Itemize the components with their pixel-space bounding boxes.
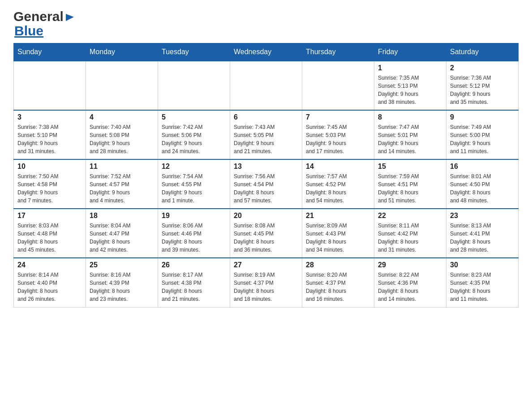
day-number: 16	[450, 163, 515, 171]
calendar-cell	[230, 61, 302, 110]
calendar-cell: 15Sunrise: 7:59 AM Sunset: 4:51 PM Dayli…	[374, 159, 446, 209]
calendar-week-row: 10Sunrise: 7:50 AM Sunset: 4:58 PM Dayli…	[14, 159, 519, 209]
calendar-cell: 18Sunrise: 8:04 AM Sunset: 4:47 PM Dayli…	[86, 209, 158, 258]
calendar-week-row: 24Sunrise: 8:14 AM Sunset: 4:40 PM Dayli…	[14, 258, 519, 307]
day-info: Sunrise: 8:20 AM Sunset: 4:37 PM Dayligh…	[306, 271, 370, 303]
logo-blue-text: Blue	[14, 23, 43, 39]
calendar-cell: 12Sunrise: 7:54 AM Sunset: 4:55 PM Dayli…	[158, 159, 230, 209]
calendar-cell: 11Sunrise: 7:52 AM Sunset: 4:57 PM Dayli…	[86, 159, 158, 209]
day-number: 28	[306, 261, 370, 269]
day-of-week-header: Wednesday	[230, 43, 302, 61]
day-info: Sunrise: 8:06 AM Sunset: 4:46 PM Dayligh…	[162, 222, 226, 254]
day-number: 27	[234, 261, 298, 269]
day-number: 6	[234, 113, 298, 121]
day-number: 21	[306, 212, 370, 220]
day-info: Sunrise: 7:36 AM Sunset: 5:12 PM Dayligh…	[450, 74, 515, 106]
calendar-cell: 3Sunrise: 7:38 AM Sunset: 5:10 PM Daylig…	[14, 110, 86, 159]
calendar-cell: 4Sunrise: 7:40 AM Sunset: 5:08 PM Daylig…	[86, 110, 158, 159]
logo: General Blue	[13, 9, 75, 39]
day-info: Sunrise: 7:38 AM Sunset: 5:10 PM Dayligh…	[17, 123, 82, 155]
day-number: 30	[450, 261, 515, 269]
calendar-week-row: 1Sunrise: 7:35 AM Sunset: 5:13 PM Daylig…	[14, 61, 519, 110]
calendar-cell: 27Sunrise: 8:19 AM Sunset: 4:37 PM Dayli…	[230, 258, 302, 307]
calendar-cell: 25Sunrise: 8:16 AM Sunset: 4:39 PM Dayli…	[86, 258, 158, 307]
calendar-cell: 30Sunrise: 8:23 AM Sunset: 4:35 PM Dayli…	[446, 258, 519, 307]
day-number: 5	[162, 113, 226, 121]
day-info: Sunrise: 8:19 AM Sunset: 4:37 PM Dayligh…	[234, 271, 298, 303]
day-of-week-header: Thursday	[302, 43, 374, 61]
day-number: 18	[90, 212, 154, 220]
day-number: 26	[162, 261, 226, 269]
calendar-header-row: SundayMondayTuesdayWednesdayThursdayFrid…	[14, 43, 519, 61]
day-info: Sunrise: 8:01 AM Sunset: 4:50 PM Dayligh…	[450, 172, 515, 205]
calendar-cell: 23Sunrise: 8:13 AM Sunset: 4:41 PM Dayli…	[446, 209, 519, 258]
day-number: 15	[378, 163, 442, 171]
calendar-cell: 16Sunrise: 8:01 AM Sunset: 4:50 PM Dayli…	[446, 159, 519, 209]
calendar-cell: 6Sunrise: 7:43 AM Sunset: 5:05 PM Daylig…	[230, 110, 302, 159]
day-number: 22	[378, 212, 442, 220]
day-info: Sunrise: 8:03 AM Sunset: 4:48 PM Dayligh…	[17, 222, 82, 254]
calendar-cell: 2Sunrise: 7:36 AM Sunset: 5:12 PM Daylig…	[446, 61, 519, 110]
day-info: Sunrise: 7:56 AM Sunset: 4:54 PM Dayligh…	[234, 172, 298, 205]
day-info: Sunrise: 7:43 AM Sunset: 5:05 PM Dayligh…	[234, 123, 298, 155]
calendar-cell: 26Sunrise: 8:17 AM Sunset: 4:38 PM Dayli…	[158, 258, 230, 307]
calendar-cell: 28Sunrise: 8:20 AM Sunset: 4:37 PM Dayli…	[302, 258, 374, 307]
day-info: Sunrise: 7:40 AM Sunset: 5:08 PM Dayligh…	[90, 123, 154, 155]
calendar-cell: 19Sunrise: 8:06 AM Sunset: 4:46 PM Dayli…	[158, 209, 230, 258]
day-info: Sunrise: 7:47 AM Sunset: 5:01 PM Dayligh…	[378, 123, 442, 155]
day-number: 1	[378, 64, 442, 72]
calendar-cell: 22Sunrise: 8:11 AM Sunset: 4:42 PM Dayli…	[374, 209, 446, 258]
calendar-cell: 1Sunrise: 7:35 AM Sunset: 5:13 PM Daylig…	[374, 61, 446, 110]
day-of-week-header: Friday	[374, 43, 446, 61]
calendar-cell: 20Sunrise: 8:08 AM Sunset: 4:45 PM Dayli…	[230, 209, 302, 258]
day-number: 17	[17, 212, 82, 220]
calendar-cell: 10Sunrise: 7:50 AM Sunset: 4:58 PM Dayli…	[14, 159, 86, 209]
day-number: 25	[90, 261, 154, 269]
day-info: Sunrise: 8:04 AM Sunset: 4:47 PM Dayligh…	[90, 222, 154, 254]
day-info: Sunrise: 7:54 AM Sunset: 4:55 PM Dayligh…	[162, 172, 226, 205]
day-info: Sunrise: 7:42 AM Sunset: 5:06 PM Dayligh…	[162, 123, 226, 155]
day-number: 2	[450, 64, 515, 72]
day-info: Sunrise: 8:17 AM Sunset: 4:38 PM Dayligh…	[162, 271, 226, 303]
calendar-cell: 21Sunrise: 8:09 AM Sunset: 4:43 PM Dayli…	[302, 209, 374, 258]
svg-marker-0	[66, 14, 74, 21]
day-number: 20	[234, 212, 298, 220]
day-of-week-header: Saturday	[446, 43, 519, 61]
day-number: 7	[306, 113, 370, 121]
calendar-week-row: 17Sunrise: 8:03 AM Sunset: 4:48 PM Dayli…	[14, 209, 519, 258]
day-number: 8	[378, 113, 442, 121]
calendar-cell	[14, 61, 86, 110]
day-number: 3	[17, 113, 82, 121]
day-info: Sunrise: 8:16 AM Sunset: 4:39 PM Dayligh…	[90, 271, 154, 303]
day-number: 10	[17, 163, 82, 171]
day-of-week-header: Tuesday	[158, 43, 230, 61]
calendar-cell: 9Sunrise: 7:49 AM Sunset: 5:00 PM Daylig…	[446, 110, 519, 159]
day-info: Sunrise: 8:09 AM Sunset: 4:43 PM Dayligh…	[306, 222, 370, 254]
calendar-cell: 13Sunrise: 7:56 AM Sunset: 4:54 PM Dayli…	[230, 159, 302, 209]
day-number: 19	[162, 212, 226, 220]
day-number: 29	[378, 261, 442, 269]
day-number: 14	[306, 163, 370, 171]
day-number: 11	[90, 163, 154, 171]
calendar-cell	[302, 61, 374, 110]
calendar-cell: 17Sunrise: 8:03 AM Sunset: 4:48 PM Dayli…	[14, 209, 86, 258]
day-info: Sunrise: 8:22 AM Sunset: 4:36 PM Dayligh…	[378, 271, 442, 303]
day-of-week-header: Sunday	[14, 43, 86, 61]
calendar-cell: 29Sunrise: 8:22 AM Sunset: 4:36 PM Dayli…	[374, 258, 446, 307]
day-info: Sunrise: 8:14 AM Sunset: 4:40 PM Dayligh…	[17, 271, 82, 303]
day-number: 23	[450, 212, 515, 220]
day-info: Sunrise: 7:57 AM Sunset: 4:52 PM Dayligh…	[306, 172, 370, 205]
day-info: Sunrise: 7:59 AM Sunset: 4:51 PM Dayligh…	[378, 172, 442, 205]
calendar-cell	[158, 61, 230, 110]
calendar-table: SundayMondayTuesdayWednesdayThursdayFrid…	[13, 43, 519, 308]
day-info: Sunrise: 8:23 AM Sunset: 4:35 PM Dayligh…	[450, 271, 515, 303]
day-info: Sunrise: 7:49 AM Sunset: 5:00 PM Dayligh…	[450, 123, 515, 155]
day-number: 24	[17, 261, 82, 269]
calendar-week-row: 3Sunrise: 7:38 AM Sunset: 5:10 PM Daylig…	[14, 110, 519, 159]
day-number: 12	[162, 163, 226, 171]
calendar-cell: 7Sunrise: 7:45 AM Sunset: 5:03 PM Daylig…	[302, 110, 374, 159]
day-number: 9	[450, 113, 515, 121]
day-info: Sunrise: 7:52 AM Sunset: 4:57 PM Dayligh…	[90, 172, 154, 205]
logo-arrow-icon	[65, 12, 75, 22]
logo-general-text: General	[13, 9, 64, 24]
